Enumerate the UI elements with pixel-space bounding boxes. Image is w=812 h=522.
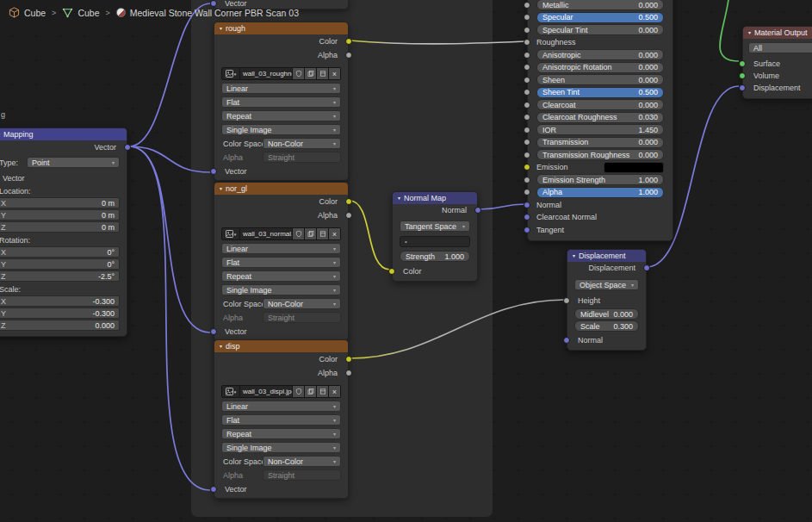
output-displacement-input-socket[interactable] <box>739 84 746 91</box>
rotation-z-field[interactable]: Z-2.5° <box>0 270 120 282</box>
unlink-button[interactable]: × <box>329 67 341 80</box>
norgl-source-dropdown[interactable]: Single Image▾ <box>221 284 341 295</box>
normal-map-color-input-socket[interactable] <box>388 268 395 275</box>
shader-node-editor[interactable]: Cube > Cube > Medieval Stone Wall Corner… <box>0 0 812 522</box>
surface-input-socket[interactable] <box>739 60 746 67</box>
emission-strength-input-socket[interactable] <box>524 177 530 183</box>
clearcoat-input-socket[interactable] <box>524 102 530 109</box>
location-x-field[interactable]: X0 m <box>0 197 120 208</box>
new-image-button[interactable] <box>305 227 317 240</box>
sheen-input-socket[interactable] <box>524 77 530 84</box>
disp-color-output-socket[interactable] <box>345 356 352 363</box>
node-material-output[interactable]: ▾ Material Output All ▾ Surface Volume D… <box>742 26 812 99</box>
node-nor-gl[interactable]: ▾ nor_gl Color Alpha ▾ wall_03_normal.jp… <box>214 182 349 341</box>
anisotropic-rotation-input-socket[interactable] <box>524 64 530 71</box>
node-principled-bsdf[interactable]: Metallic0.000 Specular0.500 Specular Tin… <box>527 0 673 241</box>
scale-y-field[interactable]: Y-0.300 <box>0 308 120 319</box>
rotation-x-field[interactable]: X0° <box>0 246 120 258</box>
location-y-field[interactable]: Y0 m <box>0 209 120 221</box>
unlink-button[interactable]: × <box>329 385 341 398</box>
disp-vector-input-socket[interactable] <box>210 486 217 493</box>
metallic-input-socket[interactable] <box>524 2 530 9</box>
normal-output-socket[interactable] <box>474 207 481 214</box>
norgl-alpha-output-socket[interactable] <box>345 212 352 219</box>
norgl-vector-input-socket[interactable] <box>210 328 217 335</box>
transmission-slider[interactable]: Transmission0.000 <box>536 137 664 148</box>
location-z-field[interactable]: Z0 m <box>0 221 120 233</box>
norgl-interpolation-dropdown[interactable]: Linear▾ <box>221 243 341 254</box>
norgl-projection-dropdown[interactable]: Flat▾ <box>221 257 341 268</box>
fake-user-button[interactable] <box>293 227 305 240</box>
collapse-caret-icon[interactable]: ▾ <box>220 186 222 191</box>
node-mapping[interactable]: ▾ Mapping Vector Type: Point ▾ Vector Lo… <box>0 127 127 337</box>
disp-image-name-field[interactable]: wall_03_displ.jpg <box>240 385 293 398</box>
disp-colorspace-dropdown[interactable]: Non-Color▾ <box>263 456 341 467</box>
uv-map-field[interactable]: • <box>400 236 470 247</box>
roughness-input-socket[interactable] <box>524 39 530 46</box>
partial-vector-input-socket[interactable] <box>210 0 217 7</box>
collapse-caret-icon[interactable]: ▾ <box>220 26 222 31</box>
rotation-y-field[interactable]: Y0° <box>0 258 120 270</box>
ior-input-socket[interactable] <box>524 127 530 134</box>
transmission-roughness-slider[interactable]: Transmission Roughness0.000 <box>536 149 664 160</box>
disp-interpolation-dropdown[interactable]: Linear▾ <box>221 401 341 412</box>
anisotropic-rotation-slider[interactable]: Anisotropic Rotation0.000 <box>536 62 664 73</box>
clearcoat-roughness-input-socket[interactable] <box>524 114 530 121</box>
specular-tint-input-socket[interactable] <box>524 27 530 34</box>
transmission-roughness-input-socket[interactable] <box>524 152 530 158</box>
unpack-button[interactable] <box>317 67 329 80</box>
collapse-caret-icon[interactable]: ▾ <box>573 253 575 258</box>
ior-slider[interactable]: IOR1.450 <box>536 124 664 135</box>
anisotropic-slider[interactable]: Anisotropic0.000 <box>536 49 664 60</box>
collapse-caret-icon[interactable]: ▾ <box>220 344 222 349</box>
metallic-slider[interactable]: Metallic0.000 <box>536 0 664 10</box>
scale-z-field[interactable]: Z0.000 <box>0 320 120 331</box>
material-output-header[interactable]: ▾ Material Output <box>743 27 812 39</box>
collapse-caret-icon[interactable]: ▾ <box>748 30 751 35</box>
clearcoat-roughness-slider[interactable]: Clearcoat Roughness0.030 <box>536 112 664 123</box>
emission-strength-slider[interactable]: Emission Strength1.000 <box>536 174 664 185</box>
norgl-extension-dropdown[interactable]: Repeat▾ <box>221 270 341 282</box>
mapping-node-header[interactable]: ▾ Mapping <box>0 128 127 140</box>
displacement-space-dropdown[interactable]: Object Space ▾ <box>574 279 639 290</box>
strength-slider[interactable]: Strength 1.000 <box>400 251 470 262</box>
rough-interpolation-dropdown[interactable]: Linear▾ <box>221 83 341 94</box>
displacement-normal-input-socket[interactable] <box>563 337 570 344</box>
node-normal-map[interactable]: ▾ Normal Map Normal Tangent Space ▾ • St… <box>392 191 478 282</box>
norgl-node-header[interactable]: ▾ nor_gl <box>214 183 348 195</box>
unpack-button[interactable] <box>317 227 329 240</box>
disp-alpha-output-socket[interactable] <box>345 370 352 376</box>
scale-x-field[interactable]: X-0.300 <box>0 295 120 307</box>
new-image-button[interactable] <box>305 67 317 80</box>
image-browse-button[interactable]: ▾ <box>221 67 240 80</box>
displacement-output-socket[interactable] <box>643 264 650 271</box>
rough-extension-dropdown[interactable]: Repeat▾ <box>221 110 341 121</box>
normal-map-header[interactable]: ▾ Normal Map <box>393 192 477 204</box>
midlevel-slider[interactable]: Midlevel 0.000 <box>574 308 639 320</box>
norgl-color-output-socket[interactable] <box>345 198 352 205</box>
tangent-input-socket[interactable] <box>524 227 530 233</box>
specular-tint-slider[interactable]: Specular Tint0.000 <box>536 24 664 35</box>
norgl-image-name-field[interactable]: wall_03_normal.jpg <box>240 227 293 240</box>
norgl-colorspace-dropdown[interactable]: Non-Color▾ <box>263 298 341 309</box>
sheen-tint-input-socket[interactable] <box>524 89 530 96</box>
clearcoat-slider[interactable]: Clearcoat0.000 <box>536 99 664 110</box>
scale-slider[interactable]: Scale 0.300 <box>574 320 639 332</box>
rough-source-dropdown[interactable]: Single Image▾ <box>221 124 341 135</box>
volume-input-socket[interactable] <box>739 72 746 79</box>
mapping-type-dropdown[interactable]: Point ▾ <box>27 157 120 168</box>
specular-slider[interactable]: Specular0.500 <box>536 12 664 23</box>
fake-user-button[interactable] <box>293 385 305 398</box>
fake-user-button[interactable] <box>293 67 305 80</box>
disp-projection-dropdown[interactable]: Flat▾ <box>221 414 341 426</box>
image-browse-button[interactable]: ▾ <box>221 385 240 398</box>
displacement-header[interactable]: ▾ Displacement <box>567 250 646 262</box>
collapse-caret-icon[interactable]: ▾ <box>398 196 400 201</box>
node-rough[interactable]: ▾ rough Color Alpha ▾ wall_03_roughnes..… <box>214 22 349 181</box>
disp-source-dropdown[interactable]: Single Image▾ <box>221 442 341 453</box>
normal-map-space-dropdown[interactable]: Tangent Space ▾ <box>400 221 470 232</box>
rough-node-header[interactable]: ▾ rough <box>214 22 348 34</box>
clearcoat-normal-input-socket[interactable] <box>524 214 530 221</box>
transmission-input-socket[interactable] <box>524 139 530 146</box>
height-input-socket[interactable] <box>563 297 570 304</box>
